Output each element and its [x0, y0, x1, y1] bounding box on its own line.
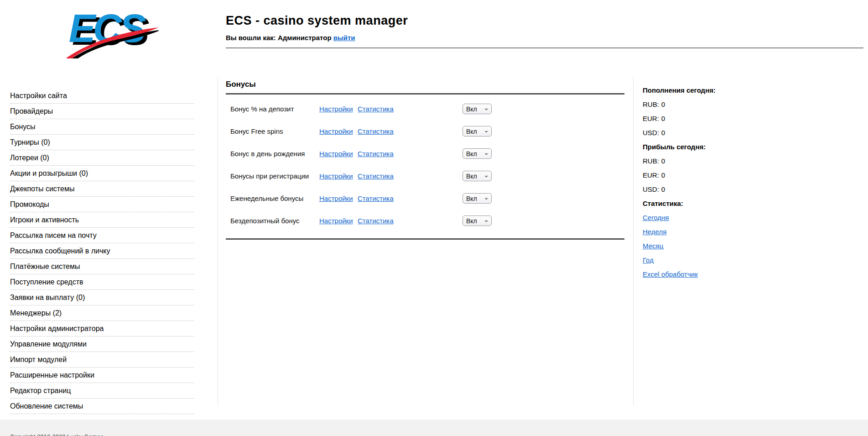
bonus-row: Бонусы при регистрации Настройки Статист…	[226, 165, 624, 187]
bonus-state-select[interactable]: Вкл	[463, 104, 492, 114]
stat-link-line: Неделя	[643, 225, 780, 239]
currency-label: EUR:	[643, 115, 659, 122]
sidebar-item-label: Обновление системы	[10, 402, 83, 410]
sidebar-item-label: Провайдеры	[10, 107, 53, 116]
deposits-today-lines: RUB: 0 EUR: 0 USD: 0	[643, 97, 780, 140]
bonus-state-select[interactable]: Вкл	[463, 126, 492, 137]
page-title: ECS - casino system manager	[226, 14, 408, 28]
sidebar-item[interactable]: Джекпоты системы	[10, 181, 194, 197]
bonus-statistics-link[interactable]: Статистика	[358, 127, 394, 135]
sidebar-item[interactable]: Турниры (0)	[10, 135, 194, 150]
left-column-divider	[218, 78, 218, 405]
stat-link-line: Excel обработчик	[643, 267, 780, 281]
sidebar-item[interactable]: Промокоды	[10, 197, 194, 212]
stat-link[interactable]: Год	[643, 256, 654, 264]
sidebar-item[interactable]: Редактор страниц	[10, 383, 194, 399]
currency-value: 0	[661, 100, 665, 108]
bonus-state-select[interactable]: Вкл	[463, 193, 492, 204]
currency-label: EUR:	[643, 171, 659, 179]
currency-value: 0	[661, 157, 665, 165]
currency-line: EUR: 0	[643, 111, 780, 126]
sidebar-item-label: Платёжные системы	[10, 263, 80, 271]
currency-line: RUB: 0	[643, 154, 780, 168]
login-status: Вы вошли как: Администратор выйти	[226, 34, 355, 42]
sidebar-item[interactable]: Рассылка сообщений в личку	[10, 243, 194, 259]
stat-link[interactable]: Excel обработчик	[643, 270, 698, 278]
sidebar-item-label: Бонусы	[10, 123, 36, 131]
footer: Copyright 2013-2022 Lucky Games	[0, 420, 868, 436]
currency-line: USD: 0	[643, 126, 780, 140]
bonus-state-select-wrap: Вкл ⌄	[463, 104, 492, 114]
currency-line: EUR: 0	[643, 168, 780, 182]
stat-link-line: Месяц	[643, 239, 780, 253]
bonus-statistics-link[interactable]: Статистика	[358, 105, 394, 113]
bonus-name: Бездепозитный бонус	[226, 217, 319, 225]
sidebar-nav: Настройки сайта Провайдеры Бонусы Турнир…	[10, 88, 194, 414]
sidebar-item[interactable]: Настройки администратора	[10, 321, 194, 336]
currency-value: 0	[661, 185, 665, 193]
profit-today-lines: RUB: 0 EUR: 0 USD: 0	[643, 154, 780, 196]
sidebar-item-label: Рассылка писем на почту	[10, 231, 97, 240]
header-divider	[226, 47, 863, 48]
sidebar-item-label: Промокоды	[10, 200, 49, 209]
right-column-divider	[633, 78, 634, 405]
sidebar-item[interactable]: Настройки сайта	[10, 88, 194, 104]
bonus-state-select-wrap: Вкл ⌄	[463, 215, 492, 226]
sidebar-item[interactable]: Менеджеры (2)	[10, 305, 194, 321]
sidebar-item-label: Поступление средств	[10, 278, 83, 286]
stat-link-line: Год	[643, 253, 780, 267]
section-top-rule	[226, 93, 624, 95]
sidebar-item-label: Рассылка сообщений в личку	[10, 247, 110, 255]
bonus-state-select[interactable]: Вкл	[463, 171, 492, 181]
currency-value: 0	[661, 129, 665, 137]
sidebar-item[interactable]: Расширенные настройки	[10, 368, 194, 383]
bonus-state-select[interactable]: Вкл	[463, 215, 492, 226]
stat-link[interactable]: Сегодня	[643, 214, 669, 221]
sidebar-item[interactable]: Заявки на выплату (0)	[10, 290, 194, 305]
bonus-settings-link[interactable]: Настройки	[319, 172, 353, 180]
statistics-links: Сегодня Неделя Месяц Год Excel обработчи…	[643, 210, 780, 281]
sidebar-item[interactable]: Лотереи (0)	[10, 150, 194, 166]
login-status-text: Вы вошли как: Администратор	[226, 34, 332, 42]
stat-link[interactable]: Неделя	[643, 228, 666, 236]
currency-line: RUB: 0	[643, 97, 780, 111]
bonus-row: Еженедельные бонусы Настройки Статистика…	[226, 187, 624, 210]
sidebar-item-label: Управление модулями	[10, 340, 87, 348]
bonus-name: Бонус в день рождения	[226, 150, 319, 158]
bonus-state-select[interactable]: Вкл	[463, 148, 492, 159]
bonus-statistics-link[interactable]: Статистика	[358, 217, 394, 225]
sidebar-item[interactable]: Управление модулями	[10, 336, 194, 352]
profit-today-title: Прибыль сегодня:	[643, 140, 780, 154]
bonus-settings-link[interactable]: Настройки	[319, 194, 353, 202]
sidebar-item[interactable]: Обновление системы	[10, 399, 194, 414]
ecs-logo[interactable]: ECS ECS	[63, 5, 159, 58]
bonus-name: Бонус Free spins	[226, 127, 319, 135]
bonus-statistics-link[interactable]: Статистика	[358, 194, 394, 202]
bonus-statistics-link[interactable]: Статистика	[358, 150, 394, 158]
stat-link[interactable]: Месяц	[643, 242, 663, 250]
bonus-settings-link[interactable]: Настройки	[319, 105, 353, 113]
sidebar-item[interactable]: Провайдеры	[10, 104, 194, 119]
sidebar-item-label: Джекпоты системы	[10, 185, 74, 193]
currency-value: 0	[661, 115, 665, 122]
sidebar-item[interactable]: Поступление средств	[10, 274, 194, 290]
bonus-rows: Бонус % на депозит Настройки Статистика …	[226, 98, 624, 232]
bonus-state-select-wrap: Вкл ⌄	[463, 193, 492, 204]
sidebar-item-label: Редактор страниц	[10, 387, 71, 395]
sidebar-item[interactable]: Акции и розыгрыши (0)	[10, 166, 194, 181]
bonus-settings-link[interactable]: Настройки	[319, 217, 353, 225]
currency-label: RUB:	[643, 100, 659, 108]
bonus-settings-link[interactable]: Настройки	[319, 150, 353, 158]
bonus-statistics-link[interactable]: Статистика	[358, 172, 394, 180]
sidebar-item[interactable]: Платёжные системы	[10, 259, 194, 274]
ecs-logo-graphic: ECS ECS	[63, 5, 159, 58]
logout-link[interactable]: выйти	[333, 34, 355, 42]
bonus-row: Бонус % на депозит Настройки Статистика …	[226, 98, 624, 120]
sidebar-item[interactable]: Импорт модулей	[10, 352, 194, 368]
summary-panel: Пополнения сегодня: RUB: 0 EUR: 0 USD: 0…	[643, 83, 780, 281]
bonus-settings-link[interactable]: Настройки	[319, 127, 353, 135]
sidebar-item[interactable]: Игроки и активность	[10, 212, 194, 228]
sidebar-item[interactable]: Бонусы	[10, 119, 194, 135]
sidebar-item[interactable]: Рассылка писем на почту	[10, 228, 194, 243]
sidebar-item-label: Настройки сайта	[10, 92, 67, 100]
